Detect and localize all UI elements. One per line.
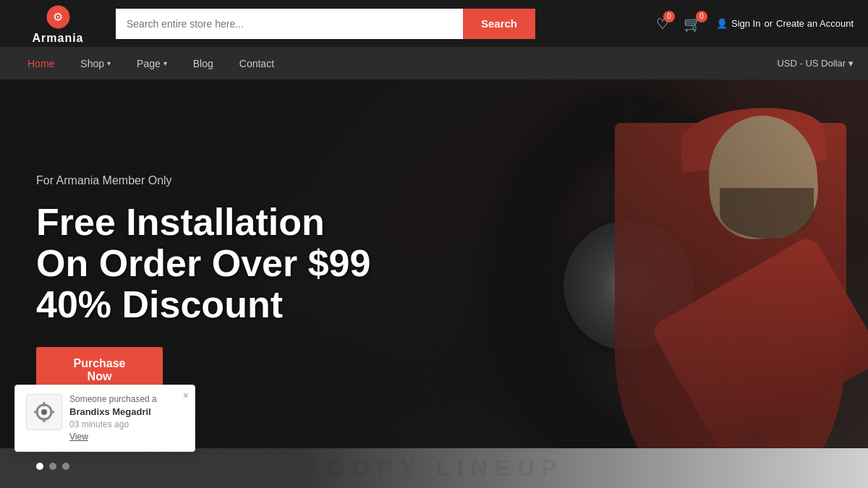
currency-dropdown-arrow: ▾: [848, 58, 854, 69]
currency-selector[interactable]: USD - US Dollar ▾: [777, 58, 854, 69]
shop-dropdown-arrow: ▾: [107, 59, 111, 67]
notification-label: Someone purchased a: [69, 394, 184, 404]
slider-dots: [36, 463, 69, 470]
search-button[interactable]: Search: [463, 9, 535, 39]
nav-left: Home Shop ▾ Page ▾ Blog Contact: [14, 47, 777, 80]
or-label: or: [764, 18, 773, 29]
hero-section: For Armania Member Only Free Installatio…: [0, 80, 868, 488]
slider-dot-3[interactable]: [62, 463, 69, 470]
product-icon: [31, 399, 57, 425]
cart-button[interactable]: 🛒 0: [684, 15, 702, 33]
slider-dot-2[interactable]: [49, 463, 56, 470]
hero-title-line3: 40% Discount: [36, 283, 283, 325]
nav-item-shop[interactable]: Shop ▾: [67, 47, 124, 80]
notification-time: 03 minutes ago: [69, 419, 184, 429]
nav-bar: Home Shop ▾ Page ▾ Blog Contact USD - US…: [0, 47, 868, 80]
notification-content: Someone purchased a Brandixs Megadril 03…: [69, 394, 184, 442]
logo-icon: ⚙: [42, 3, 75, 32]
create-account-link[interactable]: Create an Account: [776, 18, 854, 29]
search-area: Search: [116, 9, 535, 39]
search-input[interactable]: [116, 9, 463, 39]
wishlist-button[interactable]: ♡ 0: [656, 15, 669, 33]
slider-dot-1[interactable]: [36, 463, 43, 470]
account-area[interactable]: 👤 Sign In or Create an Account: [716, 18, 854, 29]
nav-item-home[interactable]: Home: [14, 47, 67, 80]
nav-item-contact[interactable]: Contact: [226, 47, 287, 80]
cart-badge: 0: [696, 11, 707, 22]
header-top: ⚙ Armania Search ♡ 0 🛒 0 👤 Sign In or Cr…: [0, 0, 868, 47]
notification-view-link[interactable]: View: [69, 432, 88, 442]
notification-close-button[interactable]: ×: [183, 390, 189, 401]
nav-item-page[interactable]: Page ▾: [124, 47, 180, 80]
hero-subtitle: For Armania Member Only: [36, 174, 832, 187]
hero-title: Free Installation On Order Over $99 40% …: [36, 202, 832, 326]
header-right: ♡ 0 🛒 0 👤 Sign In or Create an Account: [656, 15, 854, 33]
notification-product-name: Brandixs Megadril: [69, 406, 184, 417]
purchase-notification: Someone purchased a Brandixs Megadril 03…: [14, 385, 195, 452]
logo-area[interactable]: ⚙ Armania: [14, 3, 101, 45]
brand-name: Armania: [32, 32, 83, 45]
hero-title-line1: Free Installation: [36, 201, 325, 243]
page-dropdown-arrow: ▾: [163, 59, 167, 67]
hero-title-line2: On Order Over $99: [36, 242, 370, 284]
notification-product-image: [26, 394, 62, 430]
svg-point-3: [41, 409, 47, 415]
svg-text:⚙: ⚙: [53, 10, 63, 22]
wishlist-badge: 0: [663, 11, 675, 22]
signin-link[interactable]: Sign In: [731, 18, 760, 29]
nav-item-blog[interactable]: Blog: [180, 47, 226, 80]
user-icon: 👤: [716, 18, 728, 29]
